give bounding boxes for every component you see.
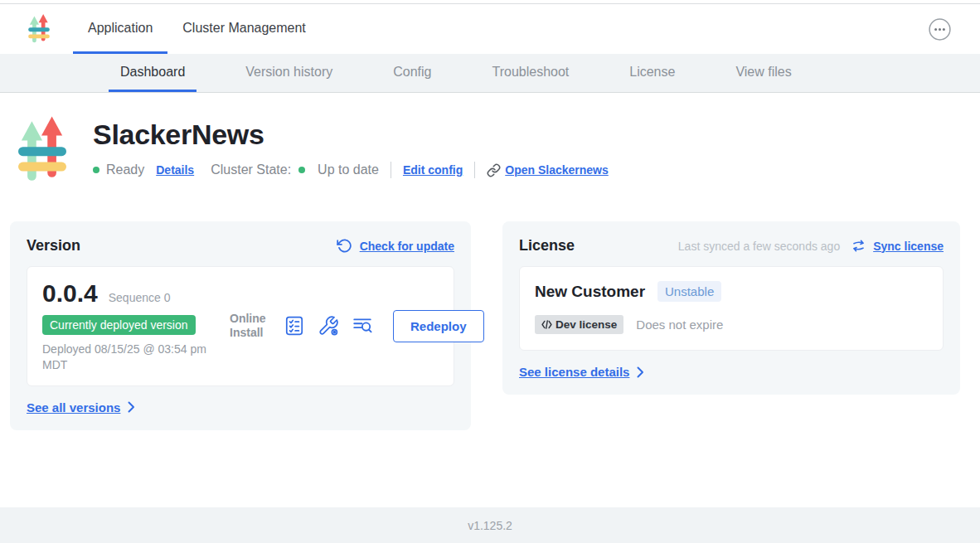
page-title: SlackerNews — [93, 119, 609, 151]
refresh-icon — [337, 238, 352, 254]
app-sub-nav: Dashboard Version history Config Trouble… — [0, 54, 980, 93]
license-panel: New Customer Unstable Dev license Does n… — [519, 266, 944, 351]
install-type-label: Online Install — [230, 312, 271, 341]
license-expiry: Does not expire — [636, 318, 723, 332]
license-type-badge: Dev license — [535, 315, 623, 334]
version-card: Version Check for update 0.0.4 Sequence … — [10, 221, 471, 430]
check-for-update-link[interactable]: Check for update — [360, 240, 454, 253]
sync-icon — [851, 239, 866, 253]
chevron-right-icon — [128, 401, 135, 413]
footer: v1.125.2 — [0, 507, 980, 543]
config-wrench-icon[interactable] — [318, 315, 339, 337]
tab-cluster-management[interactable]: Cluster Management — [167, 4, 321, 54]
more-menu-button[interactable] — [929, 18, 951, 41]
cluster-state-label: Cluster State: — [211, 162, 291, 177]
license-type-label: Dev license — [555, 318, 617, 331]
see-license-details-link[interactable]: See license details — [519, 365, 629, 379]
footer-version: v1.125.2 — [468, 519, 512, 532]
open-app-link[interactable]: Open Slackernews — [505, 163, 609, 177]
dashboard-cards: Version Check for update 0.0.4 Sequence … — [10, 221, 970, 430]
version-card-title: Version — [27, 237, 80, 255]
version-sequence: Sequence 0 — [109, 291, 171, 304]
channel-badge: Unstable — [657, 281, 721, 302]
preflight-checklist-icon[interactable] — [284, 315, 305, 337]
app-icon — [18, 115, 66, 185]
deployed-badge: Currently deployed version — [42, 315, 196, 335]
app-status-dot — [93, 167, 99, 173]
divider — [474, 162, 475, 178]
divider — [391, 162, 391, 178]
tab-version-history[interactable]: Version history — [234, 54, 344, 92]
chevron-right-icon — [637, 366, 644, 378]
dashboard-main: SlackerNews Ready Details Cluster State:… — [0, 93, 980, 507]
top-nav: Application Cluster Management — [0, 4, 980, 54]
version-number: 0.0.4 — [42, 279, 98, 308]
app-status-row: Ready Details Cluster State: Up to date … — [93, 162, 609, 178]
see-all-versions-link[interactable]: See all versions — [27, 400, 120, 415]
customer-name: New Customer — [535, 283, 645, 301]
details-link[interactable]: Details — [156, 163, 194, 177]
tab-dashboard[interactable]: Dashboard — [109, 54, 196, 92]
nav-logo[interactable] — [27, 14, 51, 44]
license-card: License Last synced a few seconds ago Sy… — [502, 221, 960, 395]
code-icon — [541, 320, 552, 329]
deployed-timestamp: Deployed 08/15/25 @ 03:54 pm MDT — [42, 342, 215, 373]
license-card-title: License — [519, 237, 575, 255]
tab-config[interactable]: Config — [381, 54, 443, 92]
tab-view-files[interactable]: View files — [724, 54, 803, 92]
top-nav-tabs: Application Cluster Management — [73, 4, 321, 54]
tab-troubleshoot[interactable]: Troubleshoot — [480, 54, 580, 92]
logs-icon[interactable] — [352, 315, 373, 337]
cluster-state-text: Up to date — [318, 162, 379, 177]
last-synced-text: Last synced a few seconds ago — [678, 240, 840, 253]
sync-license-link[interactable]: Sync license — [873, 240, 944, 253]
cluster-state-dot — [298, 167, 305, 173]
tab-license[interactable]: License — [618, 54, 686, 92]
current-version-panel: 0.0.4 Sequence 0 Currently deployed vers… — [27, 266, 454, 386]
redeploy-button[interactable]: Redeploy — [393, 310, 484, 342]
app-header: SlackerNews Ready Details Cluster State:… — [18, 115, 980, 185]
app-status-text: Ready — [106, 162, 144, 177]
link-icon — [487, 163, 501, 177]
tab-application[interactable]: Application — [73, 4, 167, 54]
edit-config-link[interactable]: Edit config — [403, 163, 463, 177]
